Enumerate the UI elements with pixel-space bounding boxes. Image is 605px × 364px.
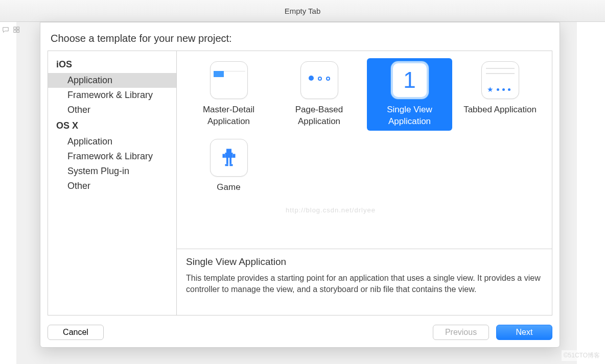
template-tabbed[interactable]: ★ Tabbed Application xyxy=(457,58,543,131)
svg-rect-7 xyxy=(232,154,235,158)
template-catalog: Master-Detail Application Page-Based App… xyxy=(177,51,552,315)
template-game[interactable]: Game xyxy=(186,136,271,197)
chat-bubble-icon xyxy=(2,27,9,34)
bg-left xyxy=(0,22,16,364)
svg-rect-5 xyxy=(225,153,232,158)
template-label: Page-Based Application xyxy=(281,104,358,128)
template-sidebar: iOS Application Framework & Library Othe… xyxy=(48,51,177,315)
new-project-sheet: Choose a template for your new project: … xyxy=(40,22,560,348)
tabbed-icon: ★ xyxy=(481,61,519,99)
bg-right xyxy=(577,22,605,364)
sidebar-item-osx-application[interactable]: Application xyxy=(48,134,176,149)
tab-title: Empty Tab xyxy=(285,7,321,15)
master-detail-icon xyxy=(210,61,248,99)
template-description: Single View Application This template pr… xyxy=(177,249,552,315)
game-icon xyxy=(210,139,248,177)
svg-rect-3 xyxy=(17,30,19,32)
template-single-view[interactable]: 1 Single View Application xyxy=(367,58,452,131)
sidebar-item-ios-other[interactable]: Other xyxy=(48,103,176,117)
svg-rect-6 xyxy=(222,154,225,158)
template-panel: iOS Application Framework & Library Othe… xyxy=(48,51,552,316)
sheet-footer: Cancel Previous Next xyxy=(44,316,555,340)
svg-rect-9 xyxy=(229,158,231,164)
template-label: Single View Application xyxy=(371,104,448,128)
sidebar-header-ios: iOS xyxy=(48,56,176,73)
watermark-text: http://blog.csdn.net/drlyee xyxy=(286,206,376,214)
previous-button[interactable]: Previous xyxy=(433,325,489,340)
page-based-icon xyxy=(300,61,338,99)
svg-rect-2 xyxy=(14,30,16,32)
sidebar-item-osx-systemplugin[interactable]: System Plug-in xyxy=(48,164,176,179)
window-titlebar: Empty Tab xyxy=(0,0,605,22)
template-label: Game xyxy=(217,182,240,193)
toolbar-mini-icons xyxy=(2,27,20,34)
template-label: Tabbed Application xyxy=(463,104,537,116)
description-body: This template provides a starting point … xyxy=(186,273,543,296)
next-button[interactable]: Next xyxy=(496,325,552,340)
template-master-detail[interactable]: Master-Detail Application xyxy=(186,58,271,131)
grid-icon xyxy=(13,27,20,34)
description-title: Single View Application xyxy=(186,256,543,268)
sidebar-item-osx-framework[interactable]: Framework & Library xyxy=(48,149,176,164)
svg-rect-1 xyxy=(17,27,19,29)
svg-rect-11 xyxy=(229,164,232,166)
svg-rect-8 xyxy=(226,158,228,164)
template-page-based[interactable]: Page-Based Application xyxy=(276,58,362,131)
sheet-prompt: Choose a template for your new project: xyxy=(44,31,555,51)
svg-rect-10 xyxy=(225,164,228,166)
svg-rect-0 xyxy=(14,27,16,29)
sidebar-item-osx-other[interactable]: Other xyxy=(48,179,176,193)
cancel-button[interactable]: Cancel xyxy=(48,325,104,340)
corner-badge: ©51CTO博客 xyxy=(562,350,602,361)
sidebar-item-ios-application[interactable]: Application xyxy=(48,73,176,88)
sidebar-header-osx: OS X xyxy=(48,117,176,134)
template-label: Master-Detail Application xyxy=(191,104,267,128)
sidebar-item-ios-framework[interactable]: Framework & Library xyxy=(48,88,176,103)
template-grid: Master-Detail Application Page-Based App… xyxy=(177,51,552,249)
single-view-icon: 1 xyxy=(391,61,429,99)
svg-rect-4 xyxy=(226,149,231,153)
